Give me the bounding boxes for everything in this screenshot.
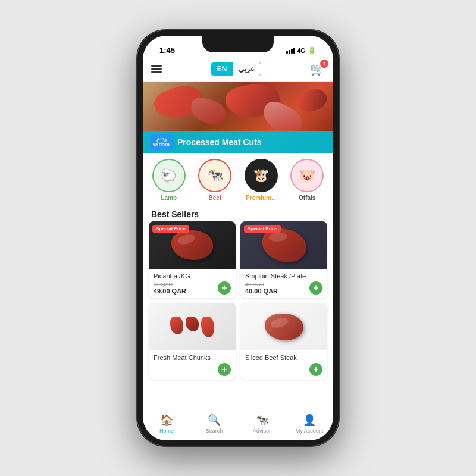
striploin-info: Striploin Steak /Plate 45.QAR 40.00 QAR …: [240, 269, 327, 298]
chunks-price-row: +: [154, 363, 231, 376]
steak2-info: Sliced Beef Steak +: [240, 350, 327, 380]
chunks-name: Fresh Meat Chunks: [154, 354, 231, 361]
striploin-image-wrap: Special Price: [240, 221, 327, 269]
products-grid: Special Price Picanha /KG 55.QAR 49.00 Q…: [143, 221, 333, 386]
chunks-add-button[interactable]: +: [218, 363, 231, 376]
advisor-label: Advisor: [253, 428, 271, 434]
picanha-add-button[interactable]: +: [218, 281, 231, 295]
premium-icon-circle: 🐮: [245, 159, 278, 192]
picanha-image-wrap: Special Price: [149, 221, 236, 269]
status-icons: 4G 🔋: [286, 46, 317, 55]
steak2-add-button[interactable]: +: [309, 363, 322, 376]
category-beef[interactable]: 🐄 Beef: [198, 159, 231, 201]
chunks-image: [149, 303, 236, 350]
cart-button[interactable]: 🛒 1: [310, 62, 325, 76]
nav-home[interactable]: 🏠 Home: [143, 414, 190, 434]
best-sellers-title: Best Sellers: [143, 205, 333, 221]
steak2-image: [240, 303, 327, 350]
striploin-name: Striploin Steak /Plate: [245, 273, 322, 280]
product-striploin[interactable]: Special Price Striploin Steak /Plate 45.…: [240, 221, 327, 298]
account-icon: 👤: [303, 414, 316, 427]
bottom-nav: 🏠 Home 🔍 Search 🐄 Advisor 👤 My Account: [143, 406, 333, 440]
picanha-price-row: 55.QAR 49.00 QAR +: [154, 281, 231, 295]
advisor-icon: 🐄: [255, 414, 268, 427]
widam-english: widam: [153, 142, 170, 148]
striploin-special-badge: Special Price: [244, 225, 281, 233]
lang-ar-button[interactable]: عربي: [233, 62, 261, 76]
search-label: Search: [206, 428, 223, 434]
app-content: EN عربي 🛒 1: [143, 57, 333, 440]
banner-title: Processed Meat Cuts: [177, 137, 262, 147]
chunks-visual: [170, 317, 214, 337]
phone-shell: 1:45 4G 🔋 EN عربي: [137, 30, 339, 446]
chunks-info: Fresh Meat Chunks +: [149, 350, 236, 380]
main-scroll[interactable]: ودام widam Processed Meat Cuts 🐑 Lamb 🐄: [143, 82, 333, 406]
nav-advisor[interactable]: 🐄 Advisor: [238, 414, 286, 434]
promo-banner[interactable]: ودام widam Processed Meat Cuts: [143, 82, 333, 153]
product-steak2[interactable]: Sliced Beef Steak +: [240, 303, 327, 380]
picanha-name: Picanha /KG: [154, 273, 231, 280]
chunks-image-wrap: [149, 303, 236, 350]
picanha-new-price: 49.00 QAR: [154, 287, 186, 295]
meat-visual-5: [295, 84, 331, 117]
steak2-visual: [265, 314, 303, 340]
striploin-old-price: 45.QAR: [245, 281, 278, 287]
lamb-icon-circle: 🐑: [152, 159, 186, 192]
striploin-new-price: 40.00 QAR: [245, 287, 278, 295]
category-premium[interactable]: 🐮 Premium...: [245, 159, 278, 201]
hamburger-menu[interactable]: [151, 65, 162, 73]
banner-label: ودام widam Processed Meat Cuts: [143, 131, 333, 153]
picanha-info: Picanha /KG 55.QAR 49.00 QAR +: [149, 269, 236, 298]
beef-label: Beef: [208, 195, 221, 201]
category-lamb[interactable]: 🐑 Lamb: [152, 159, 186, 201]
battery-icon: 🔋: [308, 46, 317, 55]
meat-visual-2: [188, 95, 228, 127]
offals-icon-circle: 🐷: [290, 159, 324, 192]
lang-en-button[interactable]: EN: [211, 62, 233, 76]
network-label: 4G: [298, 48, 305, 54]
notch: [202, 36, 274, 52]
picanha-special-badge: Special Price: [152, 225, 189, 233]
widam-logo: ودام widam: [150, 134, 173, 150]
steak2-name: Sliced Beef Steak: [245, 354, 322, 361]
app-header: EN عربي 🛒 1: [143, 57, 333, 82]
language-switcher[interactable]: EN عربي: [211, 62, 262, 76]
striploin-add-button[interactable]: +: [309, 281, 322, 295]
search-icon: 🔍: [208, 414, 221, 427]
account-label: My Account: [296, 428, 324, 434]
picanha-visual: [171, 230, 213, 260]
striploin-price-row: 45.QAR 40.00 QAR +: [245, 281, 322, 295]
category-list: 🐑 Lamb 🐄 Beef 🐮 Premium... 🐷 Offals: [143, 153, 333, 205]
premium-label: Premium...: [246, 195, 276, 201]
home-label: Home: [159, 428, 174, 434]
category-offals[interactable]: 🐷 Offals: [290, 159, 324, 201]
picanha-old-price: 55.QAR: [154, 281, 186, 287]
status-time: 1:45: [159, 46, 175, 55]
steak2-price-row: +: [245, 363, 322, 376]
home-icon: 🏠: [160, 414, 173, 427]
lamb-label: Lamb: [161, 195, 177, 201]
cart-badge: 1: [320, 60, 328, 68]
nav-search[interactable]: 🔍 Search: [190, 414, 238, 434]
phone-screen: 1:45 4G 🔋 EN عربي: [143, 36, 333, 440]
product-chunks[interactable]: Fresh Meat Chunks +: [149, 303, 236, 380]
product-picanha[interactable]: Special Price Picanha /KG 55.QAR 49.00 Q…: [149, 221, 236, 298]
beef-icon-circle: 🐄: [198, 159, 231, 192]
nav-account[interactable]: 👤 My Account: [286, 414, 333, 434]
offals-label: Offals: [299, 195, 315, 201]
steak2-image-wrap: [240, 303, 327, 350]
signal-icon: [286, 48, 295, 54]
